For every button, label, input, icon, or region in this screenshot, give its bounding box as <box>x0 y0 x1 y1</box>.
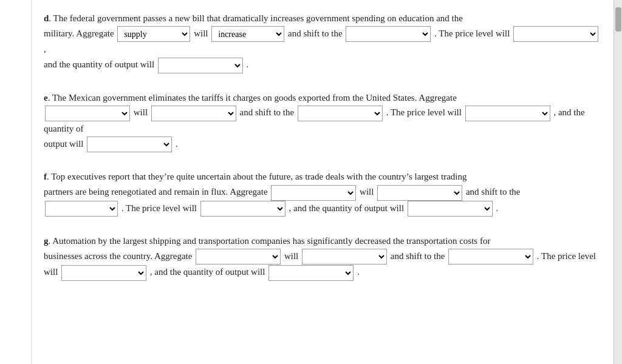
question-e-dropdown4[interactable]: increase decrease stay the same <box>465 106 550 121</box>
question-e: e. The Mexican government eliminates the… <box>44 90 601 153</box>
question-f-text: f. Top executives report that they’re qu… <box>44 169 601 217</box>
question-g-dropdown1[interactable]: supply demand <box>196 249 281 265</box>
question-g-text: g. Automation by the largest shipping an… <box>44 234 601 281</box>
question-f-dropdown4[interactable]: increase decrease stay the same <box>200 201 285 217</box>
question-d-text: d. The federal government passes a new b… <box>44 11 601 73</box>
scrollbar-thumb[interactable] <box>615 7 621 32</box>
scrollbar[interactable] <box>613 0 622 364</box>
page-container: d. The federal government passes a new b… <box>0 0 622 364</box>
question-d: d. The federal government passes a new b… <box>44 11 601 73</box>
question-g-dropdown5[interactable]: increase decrease stay the same <box>268 265 354 281</box>
question-e-text: e. The Mexican government eliminates the… <box>44 90 601 153</box>
question-e-dropdown5[interactable]: increase decrease stay the same <box>87 136 172 152</box>
question-f-dropdown5[interactable]: increase decrease stay the same <box>408 201 493 217</box>
left-margin <box>0 0 32 364</box>
question-e-dropdown3[interactable]: right left <box>298 106 383 121</box>
question-d-dropdown2[interactable]: increase decrease <box>211 26 284 42</box>
question-f-dropdown3[interactable]: right left <box>45 201 118 217</box>
question-e-label: e <box>44 93 48 103</box>
question-e-dropdown2[interactable]: increase decrease <box>151 106 236 121</box>
question-g-label: g <box>44 236 49 246</box>
question-d-dropdown3[interactable]: right left <box>346 26 431 42</box>
question-g-dropdown4[interactable]: increase decrease stay the same <box>61 265 146 281</box>
question-g-dropdown3[interactable]: right left <box>448 249 533 265</box>
question-f-label: f <box>44 172 47 181</box>
question-f: f. Top executives report that they’re qu… <box>44 169 601 217</box>
question-d-label: d <box>44 13 49 23</box>
main-content: d. The federal government passes a new b… <box>32 0 613 364</box>
question-d-dropdown4[interactable]: increase decrease stay the same <box>513 26 598 42</box>
question-g: g. Automation by the largest shipping an… <box>44 234 601 281</box>
question-d-dropdown5[interactable]: increase decrease stay the same <box>158 58 243 73</box>
question-e-dropdown1[interactable]: supply demand <box>45 106 130 121</box>
question-g-dropdown2[interactable]: increase decrease <box>302 249 387 265</box>
question-d-dropdown1[interactable]: supply demand <box>117 26 190 42</box>
question-f-dropdown1[interactable]: supply demand <box>271 185 356 201</box>
question-f-dropdown2[interactable]: increase decrease <box>377 185 462 201</box>
